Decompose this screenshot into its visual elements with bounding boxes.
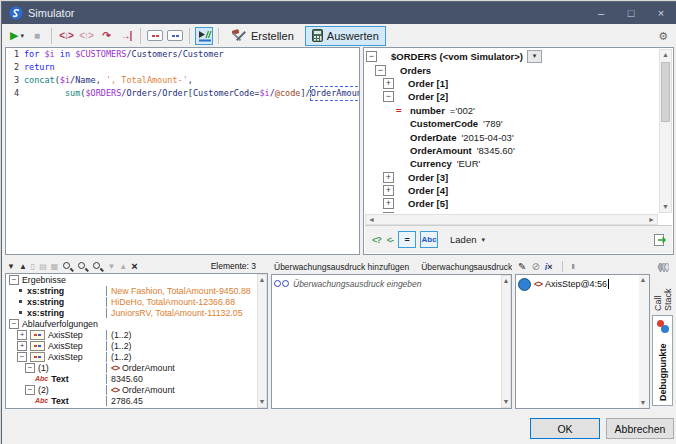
tab-call-stack[interactable]: Call Stack	[652, 259, 673, 315]
code-line[interactable]: 4 sum($ORDERS/Orders/Order[CustomerCode=…	[6, 87, 359, 100]
results-tree-row[interactable]: xs:stringJuniorsRV, TotalAmount-11132.05	[6, 307, 267, 318]
clear-results-icon[interactable]: ×	[131, 260, 137, 272]
trace-toggle-button[interactable]	[195, 27, 213, 45]
processing-instruction-toggle[interactable]: <?	[372, 235, 381, 245]
expander-icon[interactable]: +	[383, 212, 394, 213]
edit-breakpoint-icon[interactable]: ✎	[518, 261, 526, 272]
context-tree-row[interactable]: +Order [5]	[366, 197, 658, 210]
minimize-button[interactable]: –	[586, 2, 616, 24]
watch-entry-row[interactable]: Überwachungsausdruck eingeben	[272, 275, 511, 290]
results-tree-row[interactable]: −AxisStep(1..2)	[6, 351, 267, 362]
scroll-left-icon[interactable]: ◄	[366, 215, 377, 225]
comment-toggle[interactable]: <-	[387, 235, 393, 245]
disable-breakpoint-icon[interactable]: ⊘	[531, 261, 539, 272]
copy-icon[interactable]: ▤	[39, 262, 47, 271]
expander-icon[interactable]: −	[17, 352, 27, 362]
context-tree-row[interactable]: OrderAmount'8345.60'	[366, 144, 658, 157]
context-horizontal-scrollbar[interactable]: ◄ ►	[365, 214, 658, 225]
breakpoint-row[interactable]: <> AxisStep@4:56	[516, 275, 649, 291]
run-button[interactable]: ▶ ▾	[8, 27, 26, 45]
context-tree-row[interactable]: −Orders	[366, 63, 658, 76]
titlebar[interactable]: Simulator – □ ×	[2, 2, 676, 24]
scroll-thumb[interactable]	[661, 62, 670, 122]
results-tree-row[interactable]: −Ergebnisse	[6, 274, 267, 285]
erstellen-button[interactable]: Erstellen	[225, 26, 301, 46]
search-next-icon[interactable]	[77, 261, 88, 272]
context-tree-row[interactable]: CustomerCode'789'	[366, 117, 658, 130]
breakpoints-list[interactable]: <> AxisStep@4:56 ▲ ▼	[515, 274, 650, 409]
context-tree-row[interactable]: −Order [2]	[366, 90, 658, 103]
tracepoint-red-button[interactable]	[146, 27, 164, 45]
scroll-down-icon[interactable]: ▼	[258, 397, 266, 407]
settings-icon[interactable]: ⚙	[658, 30, 668, 43]
expander-icon[interactable]: −	[9, 275, 19, 285]
scroll-up-icon[interactable]: ▲	[660, 50, 671, 60]
watch-list[interactable]: Überwachungsausdruck eingeben ▲ ▼	[271, 274, 512, 409]
results-tree-row[interactable]: AbcText8345.60	[6, 373, 267, 384]
results-tree[interactable]: −Ergebnissexs:stringNew Fashion, TotalAm…	[5, 273, 268, 409]
results-tree-row[interactable]: +AxisStep(1..2)	[6, 340, 267, 351]
laden-dropdown-button[interactable]: Laden ▾	[450, 234, 485, 245]
scroll-up-icon[interactable]: ▲	[502, 276, 510, 286]
scroll-down-icon[interactable]: ▼	[502, 397, 510, 407]
scroll-right-icon[interactable]: ►	[646, 215, 657, 225]
results-tree-row[interactable]: xs:stringNew Fashion, TotalAmount-9450.8…	[6, 285, 267, 296]
expander-icon[interactable]: +	[383, 198, 394, 209]
tracepoint-blue-button[interactable]	[166, 27, 184, 45]
context-tree[interactable]: − $ORDERS (<vom Simulator>) ▾ −Orders+Or…	[366, 50, 658, 213]
results-scrollbar[interactable]: ▲ ▼	[257, 274, 267, 408]
attributes-toggle-button[interactable]: =	[398, 231, 416, 248]
scroll-down-icon[interactable]: ▼	[660, 202, 671, 212]
context-root-row[interactable]: − $ORDERS (<vom Simulator>) ▾	[366, 50, 658, 63]
remove-watch-button[interactable]: Überwachungsausdruck entfernen	[421, 262, 512, 272]
results-tree-row[interactable]: +AxisStep(1..2)	[6, 329, 267, 340]
run-dropdown-caret[interactable]: ▾	[20, 32, 24, 40]
search-previous-icon[interactable]	[92, 261, 103, 272]
context-tree-row[interactable]: +Order [1]	[366, 77, 658, 90]
expander-icon[interactable]: −	[383, 91, 394, 102]
new-document-icon[interactable]: ▯	[31, 262, 35, 271]
expander-icon[interactable]: −	[25, 385, 35, 395]
maximize-button[interactable]: □	[616, 2, 646, 24]
run-to-cursor-button[interactable]: →|	[117, 27, 135, 45]
context-tree-row[interactable]: +Order [4]	[366, 184, 658, 197]
tab-debugpunkte[interactable]: Debugpunkte	[652, 315, 673, 406]
next-result-icon[interactable]: ▼	[7, 262, 15, 271]
import-icon[interactable]	[653, 233, 668, 247]
code-line[interactable]: 1for $i in $CUSTOMERS/Customers/Customer	[6, 48, 359, 61]
expander-icon[interactable]: +	[383, 172, 394, 183]
results-tree-row[interactable]: AbcText2786.45	[6, 395, 267, 406]
cancel-button[interactable]: Abbrechen	[606, 418, 674, 439]
step-into-button[interactable]: <↓>	[57, 27, 75, 45]
code-editor[interactable]: 1for $i in $CUSTOMERS/Customers/Customer…	[5, 47, 360, 255]
results-tree-row[interactable]: −(1)<>OrderAmount	[6, 362, 267, 373]
context-tree-row[interactable]: OrderDate'2015-04-03'	[366, 130, 658, 143]
expander-icon[interactable]: +	[17, 341, 27, 351]
delete-breakpoint-icon[interactable]: i×	[545, 262, 553, 272]
search-icon[interactable]	[62, 261, 73, 272]
context-tree-row[interactable]: =number='002'	[366, 104, 658, 117]
previous-result-icon[interactable]: ▲	[19, 262, 27, 271]
breakpoints-scrollbar[interactable]: ▲ ▼	[639, 275, 649, 408]
breakpoint-dot-icon[interactable]	[518, 278, 531, 291]
expander-icon[interactable]: −	[9, 319, 19, 329]
results-tree-row[interactable]: −Ablaufverfolgungen	[6, 318, 267, 329]
table-view-icon[interactable]: ▦	[51, 262, 59, 271]
pause-icon[interactable]: ‖	[572, 262, 575, 271]
expander-icon[interactable]: −	[25, 363, 35, 373]
context-tree-row[interactable]: +Order [3]	[366, 171, 658, 184]
code-line[interactable]: 3concat($i/Name, ', TotalAmount-',	[6, 74, 359, 87]
step-over-button[interactable]: ↷	[97, 27, 115, 45]
scroll-up-icon[interactable]: ▲	[258, 275, 266, 285]
auswerten-button[interactable]: Auswerten	[305, 26, 386, 46]
expander-icon[interactable]: +	[383, 78, 394, 89]
context-vertical-scrollbar[interactable]: ▲ ▼	[659, 49, 672, 213]
expander-icon[interactable]: −	[375, 65, 386, 76]
move-down-icon[interactable]: ▼	[107, 262, 115, 271]
results-tree-row[interactable]: −(2)<>OrderAmount	[6, 384, 267, 395]
stop-button[interactable]: ■	[28, 27, 46, 45]
context-tree-row[interactable]: Currency'EUR'	[366, 157, 658, 170]
code-line[interactable]: 2return	[6, 61, 359, 74]
expander-icon[interactable]: +	[17, 330, 27, 340]
close-button[interactable]: ×	[646, 2, 676, 24]
